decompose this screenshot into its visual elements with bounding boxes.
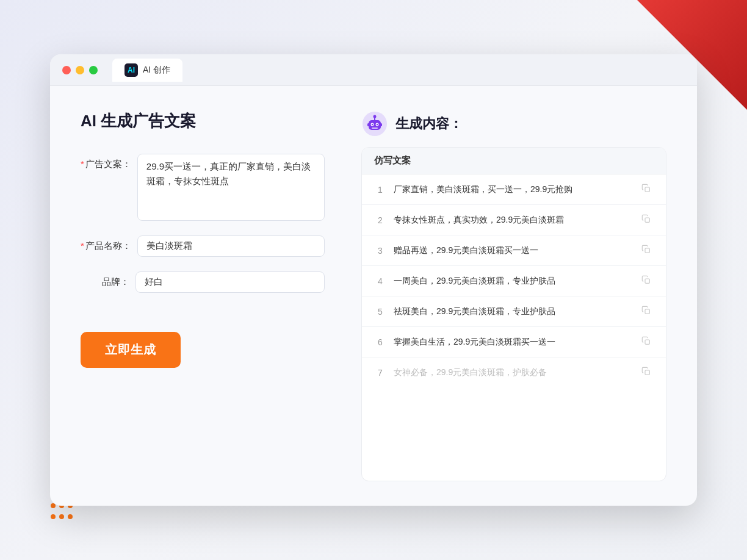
main-content: AI 生成广告文案 *广告文案： 29.9买一送一，真正的厂家直销，美白淡斑霜，… <box>50 86 697 506</box>
copy-icon[interactable] <box>641 367 654 379</box>
label-product-name: *产品名称： <box>81 235 131 252</box>
copy-icon[interactable] <box>641 275 654 287</box>
row-number: 4 <box>374 276 386 286</box>
result-table-header: 仿写文案 <box>362 148 666 174</box>
label-ad-copy: *广告文案： <box>81 154 131 170</box>
right-panel: 生成内容： 仿写文案 1 厂家直销，美白淡斑霜，买一送一，29.9元抢购 2 专… <box>361 110 666 481</box>
form-row-ad-copy: *广告文案： 29.9买一送一，真正的厂家直销，美白淡斑霜，专抹女性斑点 <box>81 154 325 221</box>
svg-rect-8 <box>372 127 378 129</box>
row-text: 专抹女性斑点，真实功效，29.9元美白淡斑霜 <box>394 214 634 226</box>
required-star-product: * <box>81 240 84 251</box>
svg-point-4 <box>372 124 373 125</box>
required-star-ad: * <box>81 159 84 169</box>
result-rows-container: 1 厂家直销，美白淡斑霜，买一送一，29.9元抢购 2 专抹女性斑点，真实功效，… <box>362 174 666 387</box>
textarea-ad-copy[interactable]: 29.9买一送一，真正的厂家直销，美白淡斑霜，专抹女性斑点 <box>137 154 325 221</box>
close-button[interactable] <box>62 66 71 74</box>
row-number: 6 <box>374 337 386 347</box>
svg-point-7 <box>374 115 377 118</box>
form-row-product-name: *产品名称： <box>81 235 325 257</box>
result-row: 6 掌握美白生活，29.9元美白淡斑霜买一送一 <box>362 327 666 357</box>
row-text: 厂家直销，美白淡斑霜，买一送一，29.9元抢购 <box>394 183 634 196</box>
svg-rect-14 <box>645 279 649 283</box>
result-row: 3 赠品再送，29.9元美白淡斑霜买一送一 <box>362 235 666 266</box>
result-title: 生成内容： <box>395 115 463 133</box>
row-number: 7 <box>374 368 386 378</box>
copy-icon[interactable] <box>641 214 654 226</box>
svg-point-5 <box>377 124 378 125</box>
row-text: 一周美白，29.9元美白淡斑霜，专业护肤品 <box>394 275 634 287</box>
titlebar: AI AI 创作 <box>50 54 697 86</box>
input-brand[interactable] <box>135 271 325 293</box>
svg-rect-11 <box>645 187 649 192</box>
row-text: 女神必备，29.9元美白淡斑霜，护肤必备 <box>394 366 634 379</box>
svg-rect-10 <box>380 123 382 126</box>
tab-label: AI 创作 <box>143 65 170 76</box>
svg-rect-13 <box>645 248 649 253</box>
svg-rect-9 <box>367 123 369 126</box>
tab-ai-creation[interactable]: AI AI 创作 <box>112 59 182 82</box>
maximize-button[interactable] <box>89 66 98 74</box>
row-text: 赠品再送，29.9元美白淡斑霜买一送一 <box>394 244 634 257</box>
copy-icon[interactable] <box>641 245 654 257</box>
form-row-brand: 品牌： <box>81 271 325 293</box>
row-number: 1 <box>374 185 386 195</box>
result-row: 5 祛斑美白，29.9元美白淡斑霜，专业护肤品 <box>362 296 666 327</box>
row-number: 2 <box>374 215 386 225</box>
svg-rect-15 <box>645 309 649 314</box>
page-title: AI 生成广告文案 <box>81 110 325 132</box>
copy-icon[interactable] <box>641 184 654 196</box>
result-row: 4 一周美白，29.9元美白淡斑霜，专业护肤品 <box>362 266 666 296</box>
row-text: 祛斑美白，29.9元美白淡斑霜，专业护肤品 <box>394 305 634 318</box>
svg-rect-17 <box>645 370 649 375</box>
row-number: 5 <box>374 307 386 317</box>
submit-button[interactable]: 立即生成 <box>81 332 181 368</box>
result-row: 7 女神必备，29.9元美白淡斑霜，护肤必备 <box>362 357 666 387</box>
row-number: 3 <box>374 246 386 256</box>
robot-icon <box>361 110 388 137</box>
ai-tab-icon: AI <box>125 63 138 77</box>
label-brand: 品牌： <box>81 271 129 288</box>
result-header: 生成内容： <box>361 110 666 137</box>
result-row: 1 厂家直销，美白淡斑霜，买一送一，29.9元抢购 <box>362 174 666 205</box>
copy-icon[interactable] <box>641 306 654 318</box>
row-text: 掌握美白生活，29.9元美白淡斑霜买一送一 <box>394 336 634 348</box>
traffic-lights <box>62 66 98 74</box>
input-product-name[interactable] <box>137 235 325 257</box>
copy-icon[interactable] <box>641 336 654 348</box>
svg-rect-16 <box>645 340 649 344</box>
svg-rect-12 <box>645 218 649 222</box>
minimize-button[interactable] <box>76 66 84 74</box>
left-panel: AI 生成广告文案 *广告文案： 29.9买一送一，真正的厂家直销，美白淡斑霜，… <box>81 110 325 481</box>
result-table: 仿写文案 1 厂家直销，美白淡斑霜，买一送一，29.9元抢购 2 专抹女性斑点，… <box>361 147 666 481</box>
browser-window: AI AI 创作 AI 生成广告文案 *广告文案： 29.9买一送一，真正的厂家… <box>50 54 697 506</box>
result-row: 2 专抹女性斑点，真实功效，29.9元美白淡斑霜 <box>362 205 666 235</box>
